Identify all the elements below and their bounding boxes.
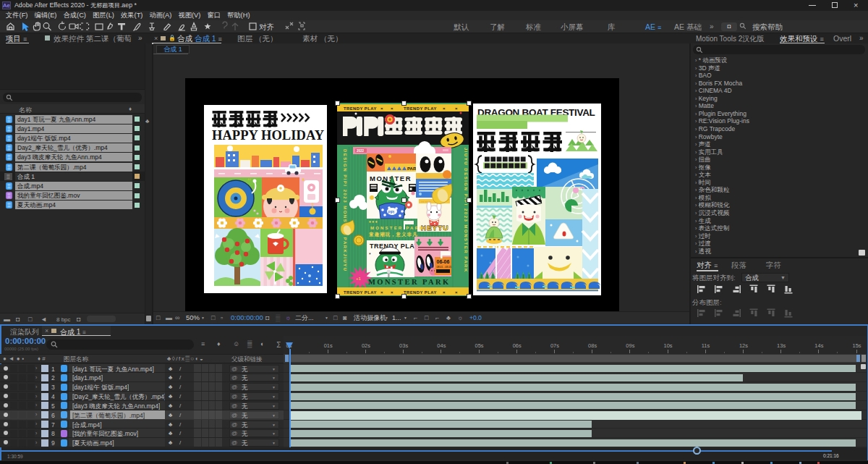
- svg-text:*: *: [369, 252, 371, 257]
- svg-text:+1: +1: [356, 277, 362, 281]
- svg-text:×: ×: [443, 290, 446, 295]
- svg-text:MONSTER PARK: MONSTER PARK: [370, 226, 425, 230]
- svg-text:×: ×: [380, 290, 383, 295]
- svg-text:×: ×: [455, 290, 458, 295]
- svg-text:♪♪: ♪♪: [247, 177, 252, 181]
- svg-text:×: ×: [391, 106, 393, 111]
- svg-text:DESIGN PIPI 2023 MONSTER PARKJ: DESIGN PIPI 2023 MONSTER PARKJIUYU: [343, 149, 347, 272]
- svg-text:08.01 - 08.05: 08.01 - 08.05: [437, 266, 452, 269]
- svg-text:×: ×: [443, 106, 446, 111]
- svg-text:MONSTER PARK: MONSTER PARK: [368, 278, 450, 286]
- svg-text:06-06: 06-06: [437, 259, 450, 264]
- svg-text:HAPPY HOLIDAY: HAPPY HOLIDAY: [212, 128, 325, 143]
- svg-text:2022: 2022: [357, 149, 365, 153]
- svg-text:♦ ♦ ♦: ♦ ♦ ♦: [369, 219, 378, 224]
- svg-text:HEYTU: HEYTU: [421, 224, 449, 232]
- svg-text:TRENDY PLAY: TRENDY PLAY: [344, 106, 377, 111]
- svg-text:×: ×: [391, 290, 393, 295]
- svg-text:TRENDY PLAY: TRENDY PLAY: [344, 290, 377, 295]
- svg-text:TRENDY PLAY: TRENDY PLAY: [404, 290, 437, 295]
- svg-text:JIUYU DESIGN PIPI 2023 MONSTER: JIUYU DESIGN PIPI 2023 MONSTER PARK: [464, 148, 468, 273]
- svg-text:TRENDY PLAY: TRENDY PLAY: [404, 106, 437, 111]
- svg-text:×: ×: [380, 106, 383, 111]
- svg-text:童趣潮玩，意义非凡: 童趣潮玩，意义非凡: [369, 232, 418, 237]
- svg-text:×: ×: [455, 106, 458, 111]
- svg-text:PIPI: PIPI: [388, 211, 395, 214]
